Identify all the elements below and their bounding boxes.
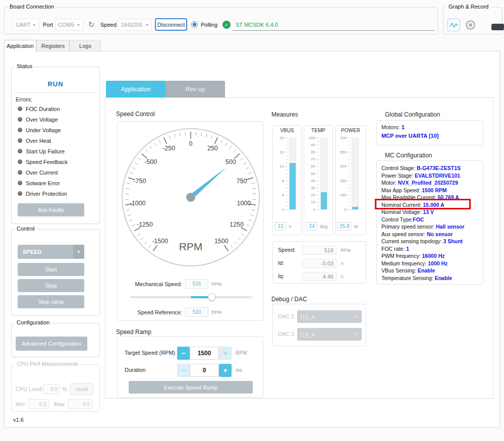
gauge-value-row: 25.8W [338, 222, 358, 231]
mcp-line: MCP over UARTA [10] [381, 133, 438, 139]
gauge-tick-label: 0 [189, 140, 193, 147]
tick-label: 560 [335, 150, 347, 154]
dac1-select-value: [1]I_A [301, 314, 315, 320]
control-mode-select[interactable]: SPEED ▼ [18, 245, 84, 259]
gauge-value-row: 24deg [306, 222, 327, 231]
mechanical-speed-value: 516 [185, 279, 208, 289]
uart-select[interactable]: UART ▼ [13, 19, 39, 31]
status-title: Status [15, 63, 34, 69]
center-tab-application[interactable]: Application [106, 81, 165, 97]
gauge-tick-label: 750 [237, 178, 247, 185]
gauge-bar-fill [290, 163, 296, 209]
mc-config-label: VBus Sensing: [381, 267, 418, 273]
mc-config-value: B-G473E-ZEST1S [417, 165, 461, 171]
board-connection-group: Board Connection UART ▼ Port COM5 ▼ ↻ Sp… [4, 7, 438, 34]
stop-ramp-button[interactable]: Stop ramp [18, 295, 84, 308]
mc-config-line: Max App Speed: 1500 RPM [381, 187, 447, 194]
duration-decrement-button[interactable]: − [177, 364, 190, 377]
gauge-minor-tick [185, 132, 186, 135]
target-speed-decrement-button[interactable]: − [177, 347, 190, 360]
start-button[interactable]: Start [18, 263, 84, 276]
mc-config-line: Primary speed sensor: Hall sensor [381, 224, 465, 231]
connection-ok-icon: ✓ [222, 21, 231, 29]
board-connection-title: Board Connection [8, 4, 56, 10]
gauge-unit: deg [320, 224, 327, 229]
motor-pilot-window: Board Connection UART ▼ Port COM5 ▼ ↻ Sp… [0, 0, 504, 441]
gauge-unit-label: RPM [179, 241, 203, 252]
tick-label: 70 [304, 157, 315, 161]
error-label: Over Voltage [26, 117, 58, 123]
tick-label: 140 [335, 193, 347, 197]
advanced-configuration-button[interactable]: Advanced Configuration [16, 337, 87, 351]
speed-reference-label: Speed Reference: [127, 309, 182, 315]
cpu-max-value: 0.0 [68, 399, 92, 409]
cpu-perf-group: CPU Perf Measurements CPU Load: 0.0 % re… [11, 364, 100, 412]
measures-gauges: VBUS20161284013VTEMP10090807060504030201… [272, 125, 366, 235]
mc-config-line: Control Stage: B-G473E-ZEST1S [381, 165, 461, 172]
duration-increment-button[interactable]: + [219, 364, 232, 377]
tick-label: 100 [304, 136, 315, 140]
ack-faults-button[interactable]: Ack Faults [18, 203, 84, 216]
error-label: Sotware Error [26, 180, 60, 186]
tick-label: 40 [304, 179, 315, 183]
gauge-value: 25.8 [338, 222, 351, 231]
record-button[interactable] [466, 20, 475, 30]
gauge-tick-label: 1000 [237, 200, 251, 207]
tick-label: 280 [335, 179, 347, 183]
tab-application[interactable]: Application [4, 40, 36, 52]
port-select[interactable]: COM5 ▼ [55, 19, 83, 31]
stop-button[interactable]: Stop [18, 279, 84, 292]
error-label: Over Heat [26, 138, 51, 144]
readout-unit: A [341, 274, 344, 279]
tick-label: 12 [273, 164, 284, 169]
error-led-icon [18, 117, 22, 122]
readout-label: Speed: [278, 247, 296, 253]
mc-config-value: Enable [435, 275, 452, 281]
measure-gauge-vbus: VBUS20161284013V [272, 125, 302, 235]
gauge-bar-fill [321, 192, 327, 209]
polling-radio[interactable] [191, 21, 198, 28]
refresh-ports-button[interactable]: ↻ [86, 20, 96, 30]
error-led-icon [18, 128, 22, 132]
tick-label: 50 [304, 172, 315, 176]
slider-handle[interactable] [208, 293, 215, 301]
tab-logs[interactable]: Logs [70, 40, 101, 51]
error-item: Under Voltage [18, 125, 95, 135]
duration-value[interactable]: 0 [190, 364, 219, 377]
dac1-select[interactable]: [1]I_A ▼ [297, 310, 362, 323]
mc-config-label: Power Stage: [381, 173, 415, 179]
target-speed-increment-button[interactable]: + [219, 347, 232, 360]
gauge-value: 13 [275, 222, 286, 231]
cpu-load-value: 0.0 [43, 384, 60, 394]
error-label: Driver Protection [26, 191, 67, 197]
gauge-tick-label: -1250 [137, 221, 153, 228]
speed-reference-slider[interactable] [130, 293, 252, 301]
cpu-reset-button[interactable]: reset [70, 383, 93, 395]
error-label: Start Up Failure [26, 148, 65, 154]
error-led-icon [18, 159, 22, 164]
error-led-icon [18, 138, 22, 143]
tab-registers[interactable]: Registers [36, 40, 70, 51]
mc-config-line: Aux speed sensor: No sensor [381, 231, 453, 238]
gauge-tick-label: -1500 [152, 238, 168, 245]
mc-config-title: MC Configuration [385, 152, 432, 159]
target-speed-unit: RPM [236, 350, 247, 356]
dac2-select[interactable]: [1]I_A ▼ [297, 328, 362, 341]
target-speed-value[interactable]: 1500 [190, 347, 219, 360]
speed-ramp-title: Speed Ramp [116, 328, 151, 336]
execute-speed-ramp-button[interactable]: Execute Speed Ramp [129, 381, 253, 394]
mc-config-label: FOC rate: [381, 246, 406, 252]
tick-label: 80 [304, 150, 315, 154]
clipped-control [491, 24, 504, 30]
control-group: Control SPEED ▼ Start Stop Stop ramp [11, 229, 100, 316]
disconnect-button[interactable]: Disconnect [155, 18, 187, 31]
baudrate-select[interactable]: 1843200 ▼ [118, 19, 152, 31]
tab-label: Logs [79, 43, 91, 49]
dac2-select-value: [1]I_A [301, 332, 315, 338]
baudrate-select-value: 1843200 [121, 22, 142, 28]
readout-unit: RPM [341, 248, 351, 253]
graph-button[interactable] [447, 19, 460, 31]
motor-state: RUN [12, 80, 99, 88]
configuration-group: Configuration Advanced Configuration [11, 323, 100, 357]
center-tab-revup[interactable]: Rev-up [165, 81, 225, 97]
